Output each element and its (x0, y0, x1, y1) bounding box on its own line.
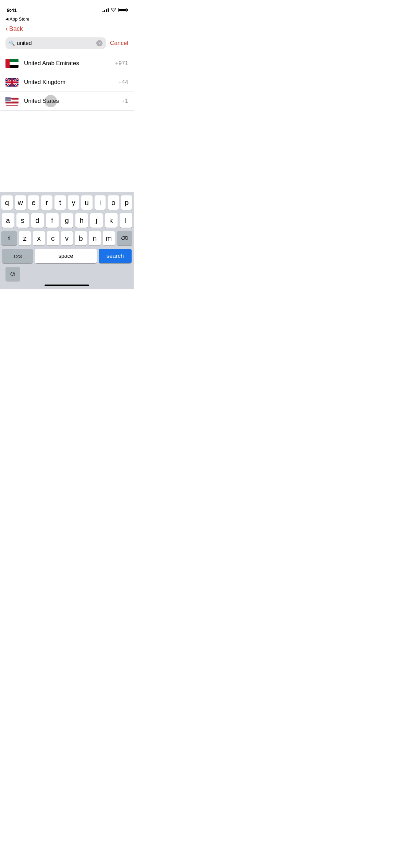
svg-rect-10 (5, 103, 19, 104)
shift-key[interactable]: ⇧ (1, 231, 17, 245)
emoji-key[interactable]: ☺ (5, 267, 20, 281)
country-name-uae: United Arab Emirates (24, 60, 115, 67)
home-indicator-bar (45, 285, 89, 286)
search-key[interactable]: search (99, 249, 132, 263)
search-container: 🔍 ✕ (5, 37, 106, 49)
status-icons (102, 8, 127, 12)
key-z[interactable]: z (19, 231, 31, 245)
back-row: ‹ Back (0, 22, 134, 35)
key-t[interactable]: t (54, 195, 66, 210)
key-p[interactable]: p (121, 195, 132, 210)
country-item-us[interactable]: ★★★★★★ ★★★★★ ★★★★★★ ★★★★★ ★★★★★★ United … (0, 92, 134, 111)
keyboard: q w e r t y u i o p a s d f g h j k l ⇧ … (0, 192, 134, 289)
app-store-title: App Store (10, 16, 29, 22)
flag-us: ★★★★★★ ★★★★★ ★★★★★★ ★★★★★ ★★★★★★ (5, 97, 19, 106)
country-code-us: +1 (122, 98, 128, 105)
key-row-3: ⇧ z x c v b n m ⌫ (1, 231, 132, 245)
clear-button[interactable]: ✕ (96, 40, 102, 46)
key-c[interactable]: c (47, 231, 59, 245)
app-store-back-arrow: ◀ (5, 17, 8, 21)
key-d[interactable]: d (31, 213, 44, 228)
svg-rect-11 (5, 104, 19, 105)
svg-rect-3 (5, 59, 10, 68)
key-x[interactable]: x (33, 231, 45, 245)
key-row-4: 123 space search (1, 249, 132, 263)
status-bar: 9:41 (0, 0, 134, 15)
key-w[interactable]: w (15, 195, 26, 210)
key-k[interactable]: k (105, 213, 118, 228)
battery-icon (118, 8, 127, 12)
key-row-2: a s d f g h j k l (1, 213, 132, 228)
keyboard-bottom: ☺ (0, 265, 134, 282)
key-o[interactable]: o (108, 195, 119, 210)
key-l[interactable]: l (120, 213, 132, 228)
country-code-uae: +971 (115, 60, 128, 67)
country-item-uae[interactable]: United Arab Emirates +971 (0, 54, 134, 73)
key-b[interactable]: b (75, 231, 87, 245)
key-m[interactable]: m (103, 231, 115, 245)
home-indicator (0, 282, 134, 289)
search-row: 🔍 ✕ Cancel (0, 35, 134, 51)
numbers-key[interactable]: 123 (2, 249, 33, 263)
key-j[interactable]: j (90, 213, 103, 228)
search-input[interactable] (17, 40, 94, 46)
space-key[interactable]: space (35, 249, 97, 263)
status-time: 9:41 (7, 7, 17, 13)
key-s[interactable]: s (16, 213, 29, 228)
key-i[interactable]: i (95, 195, 106, 210)
signal-icon (102, 8, 109, 12)
key-r[interactable]: r (41, 195, 52, 210)
country-name-us: United States (24, 98, 122, 105)
key-y[interactable]: y (68, 195, 79, 210)
country-name-uk: United Kingdom (24, 79, 118, 86)
delete-key[interactable]: ⌫ (117, 231, 132, 245)
key-n[interactable]: n (89, 231, 101, 245)
search-icon: 🔍 (9, 40, 15, 46)
wifi-icon (111, 8, 116, 12)
country-item-uk[interactable]: United Kingdom +44 (0, 73, 134, 92)
cancel-button[interactable]: Cancel (110, 40, 128, 47)
flag-uae (5, 59, 19, 68)
keyboard-rows: q w e r t y u i o p a s d f g h j k l ⇧ … (0, 192, 134, 265)
key-a[interactable]: a (2, 213, 14, 228)
flag-uk (5, 78, 19, 87)
key-v[interactable]: v (61, 231, 73, 245)
svg-text:★★★★★★: ★★★★★★ (6, 100, 12, 102)
key-q[interactable]: q (1, 195, 13, 210)
key-u[interactable]: u (81, 195, 93, 210)
key-row-1: q w e r t y u i o p (1, 195, 132, 210)
country-code-uk: +44 (118, 79, 128, 86)
key-h[interactable]: h (75, 213, 88, 228)
back-chevron-icon: ‹ (5, 25, 8, 33)
back-button[interactable]: ‹ Back (5, 25, 23, 33)
key-g[interactable]: g (61, 213, 73, 228)
back-label: Back (9, 25, 23, 33)
app-store-header: ◀ App Store (0, 15, 134, 22)
key-f[interactable]: f (46, 213, 59, 228)
country-list: United Arab Emirates +971 United Kingdom… (0, 54, 134, 111)
key-e[interactable]: e (28, 195, 39, 210)
